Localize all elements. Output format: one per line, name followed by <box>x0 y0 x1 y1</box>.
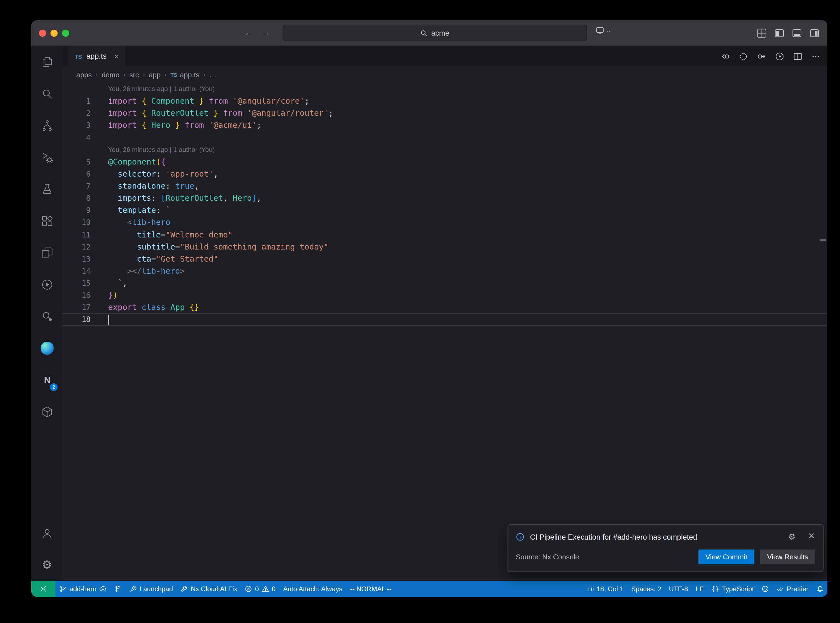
breadcrumb-item[interactable]: app <box>149 71 160 79</box>
code-search-icon[interactable] <box>31 301 63 332</box>
extensions-icon[interactable] <box>31 205 63 237</box>
notification-source: Source: Nx Console <box>516 553 693 561</box>
breadcrumb-item[interactable]: … <box>209 71 217 79</box>
tab-app-ts[interactable]: TS app.ts × <box>68 46 126 66</box>
back-button[interactable]: ← <box>244 28 253 38</box>
split-editor-icon[interactable] <box>793 51 803 61</box>
code-line[interactable]: 6 selector: 'app-root', <box>63 168 828 180</box>
code-line[interactable]: 2import { RouterOutlet } from '@angular/… <box>63 107 828 119</box>
notification-settings-icon[interactable]: ⚙ <box>788 532 795 542</box>
warning-icon <box>261 585 269 592</box>
close-tab-icon[interactable]: × <box>114 52 119 61</box>
more-actions-icon[interactable] <box>811 51 821 61</box>
info-icon <box>516 532 525 541</box>
text-cursor <box>108 315 109 325</box>
code-line[interactable]: 14 ></lib-hero> <box>63 265 828 277</box>
open-changes-icon[interactable] <box>720 51 730 61</box>
tools-icon <box>181 585 188 592</box>
code-line[interactable]: 8 imports: [RouterOutlet, Hero], <box>63 192 828 204</box>
code-line[interactable]: 17export class App {} <box>63 301 828 313</box>
prettier[interactable]: Prettier <box>773 581 812 597</box>
blame-annotation[interactable]: You, 26 minutes ago | 1 author (You) <box>63 143 828 155</box>
command-center[interactable]: acme <box>283 25 587 41</box>
launchpad[interactable]: Launchpad <box>125 581 177 597</box>
breadcrumb-item[interactable]: demo <box>101 71 119 79</box>
breadcrumb-item[interactable]: apps <box>76 71 92 79</box>
auto-attach[interactable]: Auto Attach: Always <box>279 581 346 597</box>
code-line[interactable]: 9 template: ` <box>63 204 828 216</box>
run-file-icon[interactable] <box>775 51 785 61</box>
encoding[interactable]: UTF-8 <box>665 581 692 597</box>
indentation[interactable]: Spaces: 2 <box>627 581 665 597</box>
nx-cloud-ai-fix[interactable]: Nx Cloud AI Fix <box>177 581 241 597</box>
git-graph[interactable] <box>110 581 125 597</box>
smiley-icon <box>762 585 769 592</box>
breadcrumb-item[interactable]: src <box>129 71 139 79</box>
error-icon <box>245 585 252 592</box>
rocket-icon <box>129 585 137 592</box>
vim-mode[interactable]: -- NORMAL -- <box>346 581 395 597</box>
accounts-icon[interactable] <box>31 517 63 549</box>
curly-icon: {} <box>711 585 719 592</box>
explorer-icon[interactable] <box>31 46 63 78</box>
go-to-next-icon[interactable] <box>757 51 766 61</box>
testing-icon[interactable] <box>31 173 63 205</box>
remote-explorer-icon[interactable] <box>31 237 63 269</box>
minimize-window-button[interactable] <box>51 30 58 37</box>
view-commit-button[interactable]: View Commit <box>699 549 755 564</box>
code-line[interactable]: 16}) <box>63 289 828 301</box>
feedback[interactable] <box>758 581 773 597</box>
code-line[interactable]: 12 subtitle="Build something amazing tod… <box>63 241 828 253</box>
run-target-icon[interactable] <box>31 269 63 301</box>
window-controls <box>39 30 69 37</box>
code-line[interactable]: 1import { Component } from '@angular/cor… <box>63 95 828 107</box>
gitlens-toggle-icon[interactable] <box>739 51 748 61</box>
customize-layout-icon[interactable] <box>757 28 767 38</box>
breadcrumb-separator: › <box>95 71 98 78</box>
title-bar: ← → acme ⌄ <box>31 20 828 46</box>
search-icon[interactable] <box>31 78 63 110</box>
bell-icon <box>816 585 823 592</box>
run-and-debug-icon[interactable] <box>31 141 63 173</box>
profile-menu[interactable]: ⌄ <box>595 26 611 35</box>
code-line[interactable]: 3import { Hero } from '@acme/ui'; <box>63 119 828 131</box>
tab-bar: TS app.ts × <box>63 46 828 66</box>
code-line[interactable]: 7 standalone: true, <box>63 180 828 192</box>
toggle-secondary-sidebar-icon[interactable] <box>809 28 820 38</box>
code-line[interactable]: 18 <box>63 313 828 325</box>
code-editor[interactable]: You, 26 minutes ago | 1 author (You)1imp… <box>63 83 828 581</box>
code-line[interactable]: 15 `, <box>63 277 828 289</box>
cursor-position[interactable]: Ln 18, Col 1 <box>583 581 627 597</box>
git-branch[interactable]: add-hero <box>55 581 110 597</box>
remote-indicator[interactable] <box>31 581 55 597</box>
eol[interactable]: LF <box>692 581 708 597</box>
code-line[interactable]: 13 cta="Get Started" <box>63 253 828 265</box>
close-notification-icon[interactable] <box>808 532 815 542</box>
settings-gear-icon[interactable]: ⚙ <box>31 549 63 581</box>
close-window-button[interactable] <box>39 30 46 37</box>
layout-controls <box>757 20 820 46</box>
overview-ruler-marker <box>820 239 826 241</box>
typescript-file-icon: TS <box>170 72 177 78</box>
problems[interactable]: 00 <box>241 581 279 597</box>
breadcrumb-item[interactable]: TSapp.ts <box>170 71 200 79</box>
typescript-file-icon: TS <box>75 53 82 60</box>
edge-devtools-icon[interactable] <box>31 332 63 364</box>
blame-annotation[interactable]: You, 26 minutes ago | 1 author (You) <box>63 83 828 95</box>
package-explorer-icon[interactable] <box>31 396 63 428</box>
code-line[interactable]: 10 <lib-hero <box>63 216 828 229</box>
maximize-window-button[interactable] <box>62 30 69 37</box>
notification-toast: CI Pipeline Execution for #add-hero has … <box>508 524 823 572</box>
view-results-button[interactable]: View Results <box>760 549 815 564</box>
code-line[interactable]: 5@Component({ <box>63 156 828 168</box>
forward-button[interactable]: → <box>261 28 270 38</box>
source-control-icon[interactable] <box>31 110 63 141</box>
code-line[interactable]: 11 title="Welcmoe demo" <box>63 229 828 241</box>
toggle-panel-icon[interactable] <box>792 28 802 38</box>
toggle-primary-sidebar-icon[interactable] <box>774 28 785 38</box>
notifications-bell[interactable] <box>812 581 828 597</box>
vscode-window: ← → acme ⌄ <box>31 20 828 597</box>
language-mode[interactable]: {}TypeScript <box>708 581 758 597</box>
nx-console-icon[interactable]: N 2 <box>31 364 63 396</box>
code-line[interactable]: 4 <box>63 131 828 143</box>
